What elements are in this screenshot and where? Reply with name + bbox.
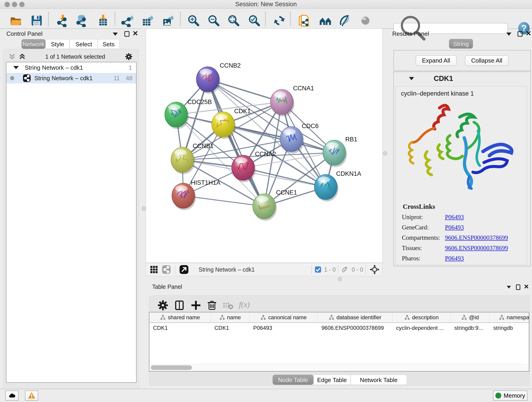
table-cell[interactable]: 9606.ENSP00000378699 <box>318 323 393 333</box>
tab-string[interactable]: String <box>449 39 473 49</box>
network-node-HIST1H1A[interactable]: HIST1H1A <box>172 179 220 210</box>
grid-view-button[interactable] <box>149 265 159 274</box>
column-header-database-identifier[interactable]: database identifier <box>318 313 393 322</box>
horizontal-scrollbar[interactable] <box>149 364 529 371</box>
window-minimize-button[interactable] <box>12 2 17 7</box>
show-columns-button[interactable] <box>173 299 185 311</box>
table-cell[interactable]: CDK1 <box>149 323 211 333</box>
table-cell[interactable]: P06493 <box>249 323 318 333</box>
grid-icon <box>149 265 159 274</box>
show-hidden-button[interactable] <box>359 14 372 27</box>
tab-network-table[interactable]: Network Table <box>351 375 407 385</box>
hidden-eye-icon[interactable] <box>341 266 349 274</box>
scrollbar-thumb[interactable] <box>151 365 192 370</box>
cloud-status-button[interactable] <box>5 390 19 401</box>
memory-button[interactable]: Memory <box>493 390 527 401</box>
collapse-all-button[interactable]: Collapse All <box>465 55 509 66</box>
tab-network[interactable]: Network <box>22 39 45 49</box>
network-options-gear-icon[interactable] <box>125 52 133 61</box>
refresh-view-button[interactable] <box>272 14 286 27</box>
string-view-button[interactable] <box>162 265 171 274</box>
open-session-button[interactable] <box>9 14 23 27</box>
tab-select[interactable]: Select <box>70 39 98 49</box>
network-collection-label: String Network – cdk1 <box>25 64 83 71</box>
window-zoom-button[interactable] <box>19 2 25 7</box>
table-cell[interactable]: stringdb:9... <box>451 323 490 333</box>
panel-menu-caret-icon[interactable] <box>507 286 511 288</box>
crosshair-icon <box>370 264 380 274</box>
tab-edge-table[interactable]: Edge Table <box>313 375 351 385</box>
network-canvas[interactable]: CCNB2 CCNA1 CDC25B CDK1 CDC6 RB1 CCNB1 <box>146 28 383 263</box>
table-panel-title: Table Panel <box>152 283 182 290</box>
network-edge[interactable] <box>208 79 264 206</box>
table-row[interactable]: CDK1CDK1P064939606.ENSP00000378699cyclin… <box>149 323 529 333</box>
window-close-button[interactable] <box>5 2 10 7</box>
zoom-selected-button[interactable] <box>247 14 261 27</box>
splitter-handle[interactable] <box>338 277 342 281</box>
zoomsel-icon <box>248 14 260 27</box>
splitter-handle[interactable] <box>142 206 146 211</box>
tab-sets[interactable]: Sets <box>98 39 119 49</box>
zoom-fit-button[interactable] <box>227 14 240 27</box>
crosslink-link[interactable]: 9606.ENSP00000378699 <box>445 245 508 252</box>
network-collection-row[interactable]: String Network – cdk1 1 <box>6 62 136 73</box>
hide-selected-button[interactable] <box>338 14 352 27</box>
table-cell[interactable]: stringdb <box>490 323 529 333</box>
panel-close-icon[interactable]: ✕ <box>133 31 138 36</box>
network-row[interactable]: String Network – cdk1 11 48 <box>6 73 136 83</box>
tab-node-table[interactable]: Node Table <box>273 375 313 385</box>
delete-column-button[interactable] <box>206 299 218 311</box>
panel-float-icon[interactable] <box>124 31 129 37</box>
save-session-button[interactable] <box>30 14 44 27</box>
table-cell[interactable]: cyclin-dependent ... <box>393 323 451 333</box>
gene-section-header[interactable]: CDK1 <box>394 72 530 85</box>
panel-close-icon[interactable]: ✕ <box>526 31 531 36</box>
zoom-in-button[interactable] <box>186 14 200 27</box>
column-header-namespace[interactable]: namespace <box>490 313 529 322</box>
panel-menu-caret-icon[interactable] <box>506 32 511 36</box>
network-node-CDKN1A[interactable]: CDKN1A <box>314 170 361 201</box>
export-image-button[interactable] <box>160 14 174 27</box>
expand-all-chevron-icon[interactable] <box>19 53 26 60</box>
zoom-out-button[interactable] <box>207 14 220 27</box>
crosslink-link[interactable]: P06493 <box>445 255 464 262</box>
home-button[interactable] <box>318 14 332 27</box>
network-node-CCNE1[interactable]: CCNE1 <box>253 189 297 221</box>
panel-close-icon[interactable]: ✕ <box>524 284 529 289</box>
export-network-button[interactable] <box>120 14 134 27</box>
section-expander-icon[interactable] <box>409 77 414 80</box>
import-table-file-button[interactable] <box>96 14 110 27</box>
panel-float-icon[interactable] <box>518 31 523 37</box>
tab-style[interactable]: Style <box>46 39 70 49</box>
tree-expander-icon[interactable] <box>13 66 19 69</box>
selected-checkbox-icon[interactable] <box>314 266 322 274</box>
column-header-name[interactable]: name <box>211 313 249 322</box>
clone-network-button[interactable] <box>297 14 311 27</box>
fit-content-button[interactable] <box>370 264 380 274</box>
expand-all-button[interactable]: Expand All <box>416 55 457 66</box>
refresh-icon <box>273 14 286 27</box>
crosslink-link[interactable]: P06493 <box>445 224 464 231</box>
table-settings-button[interactable] <box>157 299 169 311</box>
birdseye-icon <box>179 264 189 274</box>
crosslink-link[interactable]: P06493 <box>445 214 464 221</box>
warnings-button[interactable] <box>25 390 38 401</box>
left-splitter[interactable] <box>142 28 146 389</box>
network-node-CDC6[interactable]: CDC6 <box>280 123 319 153</box>
splitter-handle[interactable] <box>383 151 387 156</box>
table-cell[interactable]: CDK1 <box>211 323 249 333</box>
panel-float-icon[interactable] <box>516 284 520 290</box>
add-column-button[interactable] <box>190 299 202 311</box>
column-header-@id[interactable]: @id <box>451 313 490 322</box>
panel-menu-caret-icon[interactable] <box>113 32 118 36</box>
import-network-file-button[interactable] <box>56 14 70 27</box>
crosslink-link[interactable]: 9606.ENSP00000378699 <box>445 234 508 241</box>
birdseye-toggle-button[interactable] <box>179 264 189 274</box>
import-network-database-button[interactable] <box>75 14 89 27</box>
collapse-all-chevron-icon[interactable] <box>9 53 16 60</box>
column-header-description[interactable]: description <box>393 313 451 322</box>
network-node-RB1[interactable]: RB1 <box>323 136 357 167</box>
column-header-shared-name[interactable]: shared name <box>149 313 211 322</box>
column-header-canonical-name[interactable]: canonical name <box>249 313 318 322</box>
export-table-button[interactable] <box>140 14 153 27</box>
